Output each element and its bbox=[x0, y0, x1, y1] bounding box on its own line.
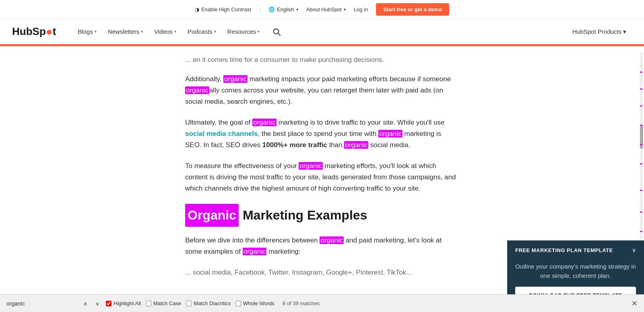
find-next-button[interactable]: ∨ bbox=[94, 300, 101, 303]
start-cta-button[interactable]: Start free or get a demo bbox=[376, 3, 449, 16]
language-selector[interactable]: 🌐 English ▾ bbox=[268, 6, 298, 12]
hubspot-logo[interactable]: HubSp●t bbox=[12, 25, 56, 38]
para4-end: marketing: bbox=[266, 248, 300, 255]
sidebar-card-title: FREE MARKETING PLAN TEMPLATE bbox=[515, 247, 613, 253]
divider1: | bbox=[259, 6, 260, 12]
scroll-match-8 bbox=[640, 211, 642, 213]
scroll-match-3 bbox=[640, 105, 642, 107]
top-bar: ◑ Enable High Contrast | 🌐 English ▾ Abo… bbox=[0, 0, 644, 19]
logo-text-spot: t bbox=[53, 25, 56, 38]
products-label: HubSpot Products bbox=[572, 28, 621, 35]
sidebar-card: FREE MARKETING PLAN TEMPLATE ∨ Outline y… bbox=[507, 240, 644, 302]
faded-intro-text: ... en it comes time for a consumer to m… bbox=[185, 56, 384, 64]
find-close-button[interactable]: ✕ bbox=[632, 299, 638, 303]
sidebar-card-description: Outline your company's marketing strateg… bbox=[515, 263, 636, 279]
nav-blogs-label: Blogs bbox=[78, 28, 93, 35]
highlight-organic-5: organic bbox=[344, 141, 368, 149]
nav-videos[interactable]: Videos ▾ bbox=[149, 19, 182, 44]
match-case-label[interactable]: Match Case bbox=[146, 300, 181, 302]
highlight-organic-2: organic bbox=[185, 86, 209, 94]
social-media-link[interactable]: social media channels bbox=[185, 130, 258, 138]
faded-intro-para: ... en it comes time for a consumer to m… bbox=[185, 54, 459, 66]
products-arrow: ▾ bbox=[623, 28, 626, 35]
resources-arrow: ▾ bbox=[258, 29, 260, 34]
scroll-match-6 bbox=[640, 163, 642, 164]
contrast-label: Enable High Contrast bbox=[201, 6, 251, 12]
sidebar-card-collapse-arrow[interactable]: ∨ bbox=[632, 247, 636, 253]
nav-newsletters-label: Newsletters bbox=[108, 28, 139, 35]
highlight-all-label[interactable]: Highlight All bbox=[106, 300, 141, 302]
nav-podcasts[interactable]: Podcasts ▾ bbox=[182, 19, 222, 44]
whole-words-checkbox[interactable] bbox=[235, 301, 241, 303]
match-diacritics-checkbox[interactable] bbox=[186, 301, 192, 303]
contrast-toggle[interactable]: ◑ Enable High Contrast bbox=[195, 6, 251, 12]
heading-highlight-organic: Organic bbox=[185, 204, 239, 227]
scroll-match-4 bbox=[640, 125, 642, 126]
para1-mid1: marketing impacts your paid marketing ef… bbox=[248, 75, 451, 83]
highlight-organic-4: organic bbox=[378, 130, 402, 138]
highlight-organic-8: organic bbox=[243, 248, 267, 255]
find-matches-count: 8 of 39 matches bbox=[283, 300, 320, 302]
para-5-faded: ... social media, Facebook, Twitter, Ins… bbox=[185, 267, 459, 278]
match-diacritics-text: Match Diacritics bbox=[194, 300, 231, 302]
svg-line-1 bbox=[278, 33, 280, 35]
logo-dot: ● bbox=[46, 26, 53, 37]
nav-resources[interactable]: Resources ▾ bbox=[222, 19, 266, 44]
para2-mid1: marketing is to drive traffic to your si… bbox=[277, 119, 445, 126]
scroll-match-2 bbox=[640, 88, 642, 90]
highlight-organic-6: organic bbox=[299, 162, 323, 170]
nav-resources-label: Resources bbox=[227, 28, 256, 35]
para-1: Additionally, organic marketing impacts … bbox=[185, 74, 459, 107]
videos-arrow: ▾ bbox=[174, 29, 176, 34]
find-bar: ∧ ∨ Highlight All Match Case Match Diacr… bbox=[0, 294, 644, 302]
highlight-organic-3: organic bbox=[252, 119, 277, 126]
para1-mid2: ally comes across your website, you can … bbox=[185, 86, 443, 105]
match-diacritics-label[interactable]: Match Diacritics bbox=[186, 300, 231, 302]
main-nav: HubSp●t Blogs ▾ Newsletters ▾ Videos ▾ P… bbox=[0, 19, 644, 44]
podcasts-arrow: ▾ bbox=[214, 29, 216, 34]
nav-videos-label: Videos bbox=[154, 28, 173, 35]
nav-newsletters[interactable]: Newsletters ▾ bbox=[102, 19, 149, 44]
match-case-text: Match Case bbox=[153, 300, 181, 302]
heading-rest: Marketing Examples bbox=[243, 205, 367, 226]
about-hubspot[interactable]: About HubSpot ▾ bbox=[306, 6, 346, 12]
search-icon[interactable] bbox=[269, 25, 284, 39]
para-4: Before we dive into the differences betw… bbox=[185, 235, 459, 257]
highlight-all-text: Highlight All bbox=[114, 300, 141, 302]
nav-hubspot-products[interactable]: HubSpot Products ▾ bbox=[567, 28, 632, 35]
para2-mid4: than bbox=[327, 141, 345, 149]
nav-podcasts-label: Podcasts bbox=[188, 28, 213, 35]
about-label: About HubSpot bbox=[306, 6, 342, 12]
para2-mid2: , the best place to spend your time with bbox=[258, 130, 378, 138]
para4-before1: Before we dive into the differences betw… bbox=[185, 236, 320, 244]
para2-before1: Ultimately, the goal of bbox=[185, 119, 252, 126]
para5-faded-text: ... social media, Facebook, Twitter, Ins… bbox=[185, 269, 412, 276]
blogs-arrow: ▾ bbox=[95, 29, 97, 34]
nav-links: Blogs ▾ Newsletters ▾ Videos ▾ Podcasts … bbox=[72, 19, 632, 44]
language-arrow: ▾ bbox=[296, 7, 298, 12]
para-3: To measure the effectiveness of your org… bbox=[185, 160, 459, 194]
article-content: ... en it comes time for a consumer to m… bbox=[169, 46, 475, 302]
find-prev-button[interactable]: ∧ bbox=[82, 300, 89, 303]
nav-blogs[interactable]: Blogs ▾ bbox=[72, 19, 102, 44]
login-link[interactable]: Log in bbox=[354, 6, 368, 12]
contrast-icon: ◑ bbox=[195, 6, 199, 12]
highlight-all-checkbox[interactable] bbox=[106, 301, 111, 303]
match-case-checkbox[interactable] bbox=[146, 301, 151, 303]
whole-words-label[interactable]: Whole Words bbox=[235, 300, 275, 302]
para2-end: social media. bbox=[368, 141, 410, 149]
find-input[interactable] bbox=[6, 300, 77, 303]
login-label: Log in bbox=[354, 6, 368, 12]
highlight-organic-7: organic bbox=[320, 236, 344, 244]
newsletters-arrow: ▾ bbox=[141, 29, 143, 34]
about-arrow: ▾ bbox=[344, 7, 346, 12]
highlight-organic-1: organic bbox=[223, 75, 248, 83]
scroll-match-1 bbox=[640, 72, 642, 73]
globe-icon: 🌐 bbox=[268, 6, 275, 12]
scroll-match-7 bbox=[640, 190, 642, 191]
whole-words-text: Whole Words bbox=[243, 300, 275, 302]
language-label: English bbox=[277, 6, 294, 12]
scrollbar-thumb[interactable] bbox=[640, 125, 643, 149]
sidebar-card-header: FREE MARKETING PLAN TEMPLATE ∨ bbox=[507, 240, 644, 258]
scroll-match-5 bbox=[640, 144, 642, 145]
